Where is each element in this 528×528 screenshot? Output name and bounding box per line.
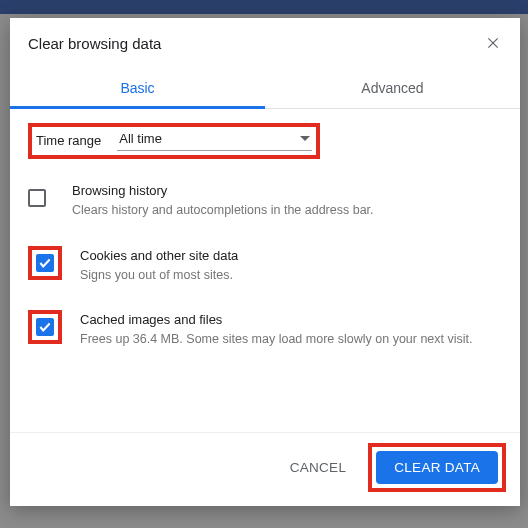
option-desc: Frees up 36.4 MB. Some sites may load mo… — [80, 331, 502, 349]
background-top-bar — [0, 0, 528, 14]
checkbox-browsing-history[interactable] — [28, 189, 46, 207]
highlight-clear-button: CLEAR DATA — [368, 443, 506, 492]
close-icon[interactable] — [484, 34, 502, 52]
option-title: Cached images and files — [80, 312, 502, 327]
tab-advanced[interactable]: Advanced — [265, 68, 520, 108]
dialog-body: Time range All time Browsing history Cle… — [10, 109, 520, 432]
chevron-down-icon — [300, 136, 310, 141]
highlight-checkbox-cookies — [28, 246, 62, 280]
tabs: Basic Advanced — [10, 68, 520, 109]
checkbox-wrap — [28, 181, 54, 211]
time-range-select[interactable]: All time — [117, 129, 312, 151]
highlight-checkbox-cache — [28, 310, 62, 344]
cancel-button[interactable]: CANCEL — [276, 452, 361, 483]
option-desc: Signs you out of most sites. — [80, 267, 502, 285]
dialog-header: Clear browsing data — [10, 18, 520, 62]
option-title: Cookies and other site data — [80, 248, 502, 263]
highlight-time-range: Time range All time — [28, 123, 320, 159]
clear-data-button[interactable]: CLEAR DATA — [376, 451, 498, 484]
tab-basic[interactable]: Basic — [10, 68, 265, 108]
dialog-title: Clear browsing data — [28, 35, 161, 52]
dialog-footer: CANCEL CLEAR DATA — [10, 432, 520, 506]
checkbox-cookies[interactable] — [36, 254, 54, 272]
option-cache: Cached images and files Frees up 36.4 MB… — [28, 310, 502, 349]
option-title: Browsing history — [72, 183, 502, 198]
time-range-row: Time range All time — [36, 129, 312, 151]
option-text: Cached images and files Frees up 36.4 MB… — [80, 310, 502, 349]
checkbox-cache[interactable] — [36, 318, 54, 336]
option-desc: Clears history and autocompletions in th… — [72, 202, 502, 220]
option-text: Browsing history Clears history and auto… — [72, 181, 502, 220]
clear-browsing-data-dialog: Clear browsing data Basic Advanced Time … — [10, 18, 520, 506]
option-cookies: Cookies and other site data Signs you ou… — [28, 246, 502, 285]
time-range-value: All time — [119, 131, 162, 146]
option-browsing-history: Browsing history Clears history and auto… — [28, 181, 502, 220]
time-range-label: Time range — [36, 133, 101, 148]
option-text: Cookies and other site data Signs you ou… — [80, 246, 502, 285]
